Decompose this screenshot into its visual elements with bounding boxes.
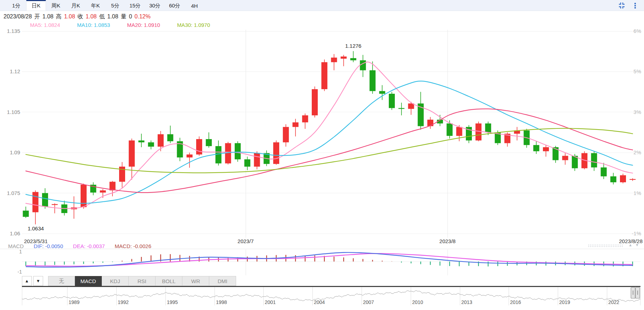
macd-hist-bar xyxy=(497,262,498,266)
info-label: 收 xyxy=(77,13,83,21)
dif-line xyxy=(26,252,633,267)
candle-body xyxy=(389,94,395,108)
period-tab-年K[interactable]: 年K xyxy=(86,0,105,11)
date-axis-label: 2023/7 xyxy=(238,238,254,244)
candle-body xyxy=(293,122,299,127)
indicator-tab-DMI[interactable]: DMI xyxy=(209,276,236,286)
candle-body xyxy=(216,146,222,163)
period-tab-日K[interactable]: 日K xyxy=(26,0,46,11)
pane-drag-handle[interactable] xyxy=(588,244,623,247)
info-value: 1.08 xyxy=(42,13,53,20)
trading-app: 1分日K周K月K年K5分15分30分60分4H 2023/08/28开1.08高… xyxy=(0,0,644,310)
period-tab-1分[interactable]: 1分 xyxy=(6,0,26,11)
candle-body xyxy=(630,179,636,180)
candle-body xyxy=(129,140,135,167)
macd-hist-bar xyxy=(401,262,402,263)
pane-down-arrow-icon[interactable]: ▼ xyxy=(635,243,639,247)
candle-body xyxy=(321,62,327,89)
indicator-tab-MACD[interactable]: MACD xyxy=(75,276,102,286)
price-annotation: 1.1276 xyxy=(345,43,362,49)
percent-axis-label: 1% xyxy=(633,190,641,196)
candle-body xyxy=(591,153,597,167)
period-tab-周K[interactable]: 周K xyxy=(46,0,66,11)
macd-hist-bar xyxy=(343,257,344,262)
navigator-year-label: 1989 xyxy=(69,299,80,305)
candle-body xyxy=(167,134,173,141)
price-axis-label: 1.105 xyxy=(7,109,20,115)
percent-axis-label: 3% xyxy=(633,109,641,115)
macd-hist-bar xyxy=(314,256,315,262)
percent-axis-label: 2% xyxy=(633,149,641,155)
macd-hist-bar xyxy=(228,258,228,262)
indicator-tab-无[interactable]: 无 xyxy=(48,276,75,286)
candle-body xyxy=(23,211,29,217)
macd-hist-bar xyxy=(64,262,65,265)
period-tab-bar: 1分日K周K月K年K5分15分30分60分4H xyxy=(0,0,644,11)
candle-body xyxy=(360,60,366,70)
indicator-tab-KDJ[interactable]: KDJ xyxy=(102,276,129,286)
macd-hist-bar xyxy=(488,262,488,266)
period-tab-30分[interactable]: 30分 xyxy=(145,0,165,11)
indicator-up-button[interactable]: ▲ xyxy=(22,276,32,286)
more-icon[interactable] xyxy=(631,2,639,10)
candle-body xyxy=(447,124,453,136)
macd-hist-bar xyxy=(420,262,421,264)
period-tab-60分[interactable]: 60分 xyxy=(165,0,185,11)
candle-body xyxy=(370,70,376,91)
period-tab-4H[interactable]: 4H xyxy=(185,0,204,11)
info-label: 低 xyxy=(99,13,105,21)
macd-hist-bar xyxy=(305,256,305,262)
macd-hist-bar xyxy=(54,262,55,265)
macd-hist-bar xyxy=(334,257,334,262)
dea-line xyxy=(26,253,633,266)
info-label: 开 xyxy=(34,13,40,21)
ma-line-MA5 xyxy=(26,62,633,208)
navigator-year-label: 2019 xyxy=(559,299,570,305)
macd-hist-bar xyxy=(170,254,171,262)
main-candlestick-chart[interactable]: 1.1356%1.125%1.1053%1.092%1.0751%1.06-1%… xyxy=(0,28,644,249)
indicator-tab-WR[interactable]: WR xyxy=(182,276,209,286)
macd-hist-bar xyxy=(353,258,353,262)
indicator-tab-BOLL[interactable]: BOLL xyxy=(156,276,182,286)
info-value: 1.08 xyxy=(64,13,75,20)
info-date: 2023/08/28 xyxy=(4,13,32,20)
timeline-navigator[interactable]: 1989199219951998200120042007201020132016… xyxy=(0,287,644,310)
percent-axis-label: 5% xyxy=(633,68,641,74)
macd-hist-bar xyxy=(411,262,411,263)
navigator-year-label: 1995 xyxy=(167,299,178,305)
percent-axis-label: 6% xyxy=(633,28,641,34)
navigator-year-label: 2007 xyxy=(363,299,374,305)
pane-up-arrow-icon[interactable]: ▲ xyxy=(628,243,632,247)
info-label: 量 xyxy=(121,13,127,21)
macd-hist-bar xyxy=(459,262,459,266)
candle-body xyxy=(485,124,491,132)
candle-body xyxy=(533,145,539,151)
candle-body xyxy=(562,156,568,160)
period-tab-15分[interactable]: 15分 xyxy=(125,0,145,11)
info-change: 0.12% xyxy=(135,13,151,20)
indicator-tab-RSI[interactable]: RSI xyxy=(129,276,156,286)
period-tab-5分[interactable]: 5分 xyxy=(105,0,125,11)
collapse-icon[interactable] xyxy=(618,2,626,10)
macd-indicator-pane[interactable]: 1-1 xyxy=(0,249,644,276)
candle-body xyxy=(456,127,462,136)
navigator-history-line xyxy=(22,291,640,302)
indicator-tabs: 无MACDKDJRSIBOLLWRDMI xyxy=(48,276,236,286)
candle-body xyxy=(610,176,616,182)
macd-hist-bar xyxy=(372,260,373,262)
ma-value-4: MA30: 1.0970 xyxy=(177,22,210,28)
indicator-down-button[interactable]: ▼ xyxy=(33,276,43,286)
navigator-year-label: 2010 xyxy=(412,299,423,305)
price-axis-label: 1.06 xyxy=(10,230,20,236)
macd-hist-bar xyxy=(83,262,84,264)
candle-body xyxy=(42,193,48,207)
candle-body xyxy=(302,115,308,122)
macd-pane-title: MACD xyxy=(8,243,24,249)
candle-body xyxy=(312,89,318,115)
ma-value-2: MA10: 1.0853 xyxy=(77,22,110,28)
period-tab-月K[interactable]: 月K xyxy=(66,0,86,11)
macd-hist-bar xyxy=(430,262,431,265)
candle-body xyxy=(100,190,106,193)
info-value: 1.08 xyxy=(107,13,118,20)
candle-body xyxy=(196,139,202,154)
